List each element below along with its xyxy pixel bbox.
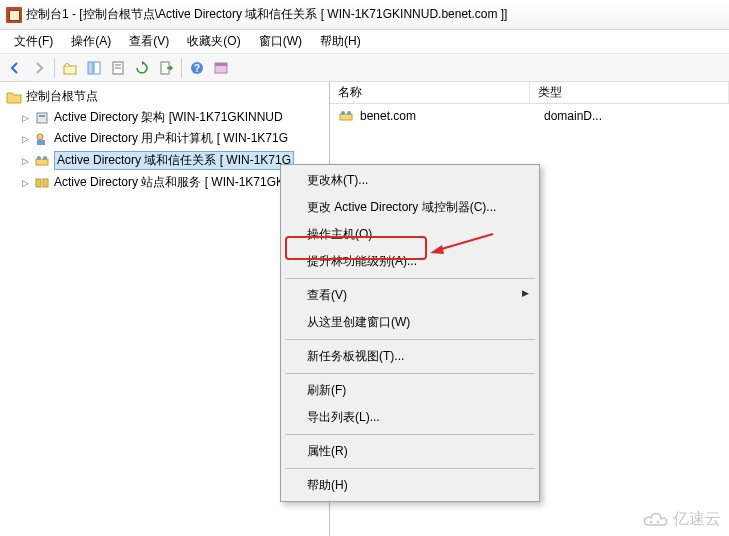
svg-point-16: [37, 156, 41, 160]
ctx-refresh[interactable]: 刷新(F): [283, 377, 537, 404]
ctx-export-list[interactable]: 导出列表(L)...: [283, 404, 537, 431]
svg-rect-11: [37, 113, 47, 123]
toolbar-separator: [54, 58, 55, 78]
help-button[interactable]: ?: [186, 57, 208, 79]
folder-icon: [6, 89, 22, 105]
svg-rect-0: [64, 66, 76, 74]
list-row[interactable]: benet.com domainD...: [330, 104, 729, 128]
svg-rect-15: [36, 159, 48, 165]
ctx-view[interactable]: 查看(V): [283, 282, 537, 309]
svg-point-21: [341, 111, 345, 115]
sites-icon: [34, 175, 50, 191]
toolbar: ?: [0, 54, 729, 82]
menu-favorites[interactable]: 收藏夹(O): [179, 31, 248, 52]
list-header: 名称 类型: [330, 82, 729, 104]
svg-rect-14: [37, 140, 45, 145]
menubar: 文件(F) 操作(A) 查看(V) 收藏夹(O) 窗口(W) 帮助(H): [0, 30, 729, 54]
ctx-new-taskpad[interactable]: 新任务板视图(T)...: [283, 343, 537, 370]
svg-rect-2: [94, 62, 100, 74]
ctx-separator: [285, 373, 535, 374]
properties-button[interactable]: [107, 57, 129, 79]
ctx-separator: [285, 434, 535, 435]
ctx-ops-master[interactable]: 操作主机(O)...: [283, 221, 537, 248]
context-menu: 更改林(T)... 更改 Active Directory 域控制器(C)...…: [280, 164, 540, 502]
schema-icon: [34, 110, 50, 126]
expander-icon[interactable]: ▷: [20, 156, 30, 166]
svg-rect-20: [340, 114, 352, 120]
show-tree-button[interactable]: [83, 57, 105, 79]
window-title: 控制台1 - [控制台根节点\Active Directory 域和信任关系 […: [26, 6, 507, 23]
ctx-properties[interactable]: 属性(R): [283, 438, 537, 465]
tree-item-users[interactable]: ▷ Active Directory 用户和计算机 [ WIN-1K71G: [6, 128, 329, 149]
svg-rect-1: [88, 62, 93, 74]
ctx-change-forest[interactable]: 更改林(T)...: [283, 167, 537, 194]
ctx-new-window[interactable]: 从这里创建窗口(W): [283, 309, 537, 336]
watermark: 亿速云: [641, 509, 721, 530]
menu-help[interactable]: 帮助(H): [312, 31, 369, 52]
ctx-change-dc[interactable]: 更改 Active Directory 域控制器(C)...: [283, 194, 537, 221]
ctx-separator: [285, 468, 535, 469]
svg-point-17: [43, 156, 47, 160]
toolbar-separator: [181, 58, 182, 78]
svg-rect-10: [215, 63, 227, 66]
tree-item-label: Active Directory 域和信任关系 [ WIN-1K71G: [54, 151, 294, 170]
back-button[interactable]: [4, 57, 26, 79]
cloud-icon: [641, 511, 669, 529]
svg-rect-18: [36, 179, 41, 187]
expander-icon[interactable]: ▷: [20, 134, 30, 144]
menu-file[interactable]: 文件(F): [6, 31, 61, 52]
svg-point-22: [347, 111, 351, 115]
row-name: benet.com: [360, 109, 538, 123]
forward-button[interactable]: [28, 57, 50, 79]
menu-action[interactable]: 操作(A): [63, 31, 119, 52]
column-name[interactable]: 名称: [330, 82, 530, 103]
tree-item-label: Active Directory 架构 [WIN-1K71GKINNUD: [54, 109, 283, 126]
tree-item-schema[interactable]: ▷ Active Directory 架构 [WIN-1K71GKINNUD: [6, 107, 329, 128]
tree-root-node[interactable]: 控制台根节点: [6, 86, 329, 107]
tree-item-label: Active Directory 站点和服务 [ WIN-1K71GK: [54, 174, 284, 191]
svg-rect-19: [43, 179, 48, 187]
tree-item-label: Active Directory 用户和计算机 [ WIN-1K71G: [54, 130, 288, 147]
users-icon: [34, 131, 50, 147]
expander-icon[interactable]: ▷: [20, 178, 30, 188]
customize-button[interactable]: [210, 57, 232, 79]
row-type: domainD...: [544, 109, 602, 123]
svg-point-13: [37, 134, 43, 140]
svg-rect-12: [39, 115, 45, 117]
ctx-raise-forest[interactable]: 提升林功能级别(A)...: [283, 248, 537, 275]
expander-icon[interactable]: ▷: [20, 113, 30, 123]
domain-icon: [338, 108, 354, 124]
watermark-text: 亿速云: [673, 509, 721, 530]
menu-window[interactable]: 窗口(W): [251, 31, 310, 52]
svg-point-25: [650, 520, 653, 523]
titlebar: 控制台1 - [控制台根节点\Active Directory 域和信任关系 […: [0, 0, 729, 30]
tree-root-label: 控制台根节点: [26, 88, 98, 105]
trusts-icon: [34, 153, 50, 169]
ctx-separator: [285, 278, 535, 279]
export-button[interactable]: [155, 57, 177, 79]
refresh-button[interactable]: [131, 57, 153, 79]
up-button[interactable]: [59, 57, 81, 79]
svg-point-26: [657, 520, 660, 523]
app-icon: [6, 7, 22, 23]
svg-text:?: ?: [194, 63, 200, 74]
ctx-separator: [285, 339, 535, 340]
ctx-help[interactable]: 帮助(H): [283, 472, 537, 499]
menu-view[interactable]: 查看(V): [121, 31, 177, 52]
column-type[interactable]: 类型: [530, 82, 729, 103]
